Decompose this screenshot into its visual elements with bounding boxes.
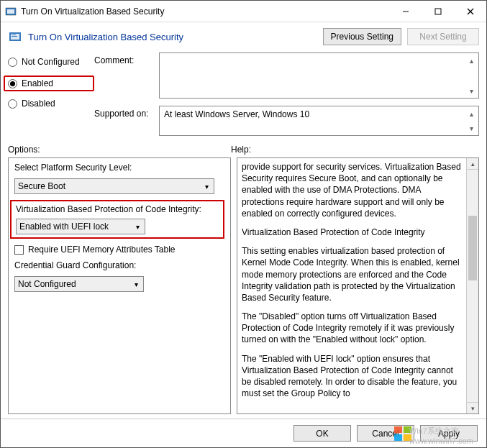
radio-icon — [8, 79, 17, 88]
scroll-up-icon[interactable]: ▴ — [465, 108, 477, 119]
header: Turn On Virtualization Based Security Pr… — [1, 22, 486, 48]
scrollbar-thumb[interactable] — [468, 216, 477, 280]
chevron-down-icon: ▾ — [201, 181, 211, 191]
comment-label: Comment: — [94, 52, 159, 65]
cancel-button[interactable]: Cancel — [357, 425, 414, 442]
radio-enabled[interactable]: Enabled — [4, 76, 94, 91]
supported-on-label: Supported on: — [94, 106, 159, 119]
radio-not-configured[interactable]: Not Configured — [8, 57, 94, 67]
radio-disabled[interactable]: Disabled — [8, 99, 94, 109]
policy-icon — [8, 29, 22, 44]
checkbox-icon — [14, 245, 24, 255]
supported-on-field: Supported on: At least Windows Server, W… — [94, 106, 479, 136]
help-paragraph: Virtualization Based Protection of Code … — [242, 227, 462, 238]
radio-label: Disabled — [22, 99, 55, 109]
code-integrity-dropdown[interactable]: Enabled with UEFI lock ▾ — [16, 219, 145, 234]
apply-button[interactable]: Apply — [420, 425, 478, 442]
platform-security-dropdown[interactable]: Secure Boot ▾ — [14, 178, 214, 194]
help-scrollbar[interactable]: ▴ ▾ — [466, 158, 478, 413]
svg-rect-9 — [12, 36, 17, 37]
dropdown-value: Secure Boot — [18, 181, 65, 191]
help-heading: Help: — [231, 145, 479, 155]
help-paragraph: The "Enabled with UEFI lock" option ensu… — [242, 353, 462, 400]
scroll-up-icon[interactable]: ▴ — [465, 55, 477, 66]
maximize-button[interactable] — [422, 1, 454, 22]
app-icon — [5, 6, 17, 17]
dropdown-value: Not Configured — [18, 279, 76, 289]
options-pane: Select Platform Security Level: Secure B… — [8, 157, 231, 414]
help-pane: provide support for security services. V… — [237, 157, 479, 414]
scroll-up-icon[interactable]: ▴ — [467, 158, 478, 170]
svg-rect-3 — [435, 9, 441, 14]
radio-icon — [8, 58, 17, 67]
help-paragraph: This setting enables virtualization base… — [242, 245, 462, 303]
mid-labels: Options: Help: — [1, 139, 486, 157]
svg-rect-8 — [12, 35, 16, 35]
uefi-mat-label: Require UEFI Memory Attributes Table — [28, 244, 176, 255]
footer: OK Cancel Apply Win7系统之家 www.winwin7.com — [1, 419, 486, 447]
supported-on-value: At least Windows Server, Windows 10 — [164, 109, 309, 119]
help-paragraph: The "Disabled" option turns off Virtuali… — [242, 311, 462, 346]
scroll-down-icon[interactable]: ▾ — [465, 122, 477, 134]
dropdown-value: Enabled with UEFI lock — [19, 221, 109, 232]
state-radio-group: Not Configured Enabled Disabled — [8, 52, 94, 136]
code-integrity-group: Virtualization Based Protection of Code … — [10, 200, 224, 239]
radio-label: Not Configured — [22, 57, 80, 67]
help-paragraph: provide support for security services. V… — [242, 161, 462, 219]
next-setting-button: Next Setting — [407, 28, 479, 45]
svg-rect-1 — [7, 9, 14, 14]
ok-button[interactable]: OK — [293, 425, 351, 442]
platform-security-label: Select Platform Security Level: — [14, 163, 224, 173]
scroll-down-icon[interactable]: ▾ — [467, 402, 478, 413]
upper-right: Comment: ▴ ▾ Supported on: At least Wind… — [94, 52, 479, 136]
chevron-down-icon: ▾ — [131, 279, 141, 289]
minimize-button[interactable] — [389, 1, 422, 22]
options-heading: Options: — [8, 145, 231, 155]
chevron-down-icon: ▾ — [132, 221, 142, 232]
previous-setting-button[interactable]: Previous Setting — [323, 28, 401, 45]
scroll-down-icon[interactable]: ▾ — [465, 85, 477, 96]
supported-on-box: At least Windows Server, Windows 10 ▴ ▾ — [159, 106, 479, 136]
credential-guard-label: Credential Guard Configuration: — [14, 260, 224, 270]
uefi-mat-checkbox-row[interactable]: Require UEFI Memory Attributes Table — [14, 244, 224, 255]
code-integrity-label: Virtualization Based Protection of Code … — [16, 204, 219, 214]
comment-field: Comment: ▴ ▾ — [94, 52, 479, 99]
lower-section: Select Platform Security Level: Secure B… — [1, 157, 486, 419]
titlebar: Turn On Virtualization Based Security — [1, 1, 486, 22]
window-title: Turn On Virtualization Based Security — [21, 6, 389, 17]
policy-title: Turn On Virtualization Based Security — [28, 32, 317, 42]
radio-icon — [8, 99, 17, 109]
credential-guard-dropdown[interactable]: Not Configured ▾ — [14, 276, 144, 292]
upper-section: Not Configured Enabled Disabled Comment:… — [1, 48, 486, 139]
gpo-editor-window: Turn On Virtualization Based Security Tu… — [0, 0, 487, 448]
comment-textarea[interactable]: ▴ ▾ — [159, 52, 479, 99]
radio-label: Enabled — [22, 78, 53, 88]
close-button[interactable] — [454, 1, 486, 22]
help-text: provide support for security services. V… — [237, 158, 466, 413]
